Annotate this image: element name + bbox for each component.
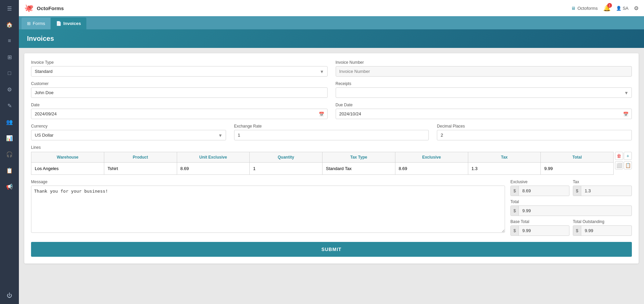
topbar: 🐙 OctoForms 🖥 Octoforms 🔔 1 👤 SA ⚙	[19, 0, 644, 16]
copy-line-button-1[interactable]: ⬜	[615, 161, 623, 169]
currency-select[interactable]: US Dollar	[31, 130, 226, 140]
tax-value: 1.3	[581, 186, 632, 196]
settings-button[interactable]: ⚙	[634, 5, 639, 11]
date-wrapper: 📅	[31, 109, 328, 119]
form-row-3: Date 📅 Due Date 📅	[31, 103, 632, 119]
app-title: OctoForms	[37, 5, 64, 11]
base-total-wrapper: $ 9.99	[510, 225, 569, 236]
box-icon[interactable]: □	[4, 68, 15, 78]
due-date-wrapper: 📅	[336, 109, 632, 119]
receipts-select-wrapper: ▼	[336, 87, 632, 98]
power-icon[interactable]: ⏻	[4, 291, 15, 301]
customer-label: Customer	[31, 81, 328, 86]
tax-input-wrapper: $ 1.3	[573, 186, 632, 196]
topbar-nav[interactable]: 🖥 Octoforms	[571, 6, 598, 11]
delete-line-button[interactable]: 🗑	[615, 152, 623, 160]
table-row	[31, 163, 614, 175]
user-icon: 👤	[616, 6, 621, 11]
totals-row-1: Exclusive $ 8.69 Tax $ 1.3	[510, 179, 632, 196]
add-line-button[interactable]: +	[624, 152, 632, 160]
currency-select-wrapper: US Dollar ▼	[31, 130, 226, 140]
base-total-field: Base Total $ 9.99	[510, 219, 569, 236]
exclusive-currency: $	[511, 186, 519, 196]
col-product: Product	[104, 152, 177, 163]
quantity-input[interactable]	[251, 165, 321, 172]
col-tax-type: Tax Type	[323, 152, 395, 163]
megaphone-icon[interactable]: 📢	[4, 182, 15, 192]
invoice-type-field: Invoice Type Standard ▼	[31, 60, 328, 77]
total-field: Total $ 9.99	[510, 199, 632, 216]
tax-currency: $	[573, 186, 581, 196]
tax-type-input[interactable]	[324, 165, 394, 172]
hamburger-icon[interactable]: ☰	[4, 3, 15, 13]
form-container: Invoice Type Standard ▼ Invoice Number	[24, 53, 639, 264]
cell-total	[541, 163, 614, 175]
copy-line-button-2[interactable]: 📋	[624, 161, 632, 169]
lines-label: Lines	[31, 145, 632, 150]
exclusive-input-wrapper: $ 8.69	[510, 186, 569, 196]
clipboard-icon[interactable]: 📋	[4, 165, 15, 175]
invoice-type-label: Invoice Type	[31, 60, 328, 65]
page-title: Invoices	[27, 35, 636, 43]
due-date-calendar-icon[interactable]: 📅	[623, 111, 628, 116]
message-area: Message Thank you for your business!	[31, 179, 505, 236]
user-button[interactable]: 👤 SA	[616, 6, 628, 11]
due-date-input[interactable]	[336, 109, 632, 119]
content-area: Invoices Invoice Type Standard ▼ Invoice…	[19, 29, 644, 304]
decimal-places-label: Decimal Places	[437, 124, 632, 129]
tax-total-field: Tax $ 1.3	[573, 179, 632, 196]
tab-forms[interactable]: ⊞ Forms	[22, 18, 51, 29]
brush-icon[interactable]: ✎	[4, 101, 15, 111]
tab-invoices[interactable]: 📄 Invoices	[51, 18, 86, 29]
date-calendar-icon[interactable]: 📅	[319, 111, 324, 116]
tax-input[interactable]	[470, 165, 539, 172]
cell-exclusive	[395, 163, 468, 175]
flow-icon[interactable]: ⚙	[4, 84, 15, 94]
product-input[interactable]	[106, 165, 175, 172]
receipts-select[interactable]	[336, 87, 632, 98]
cell-tax-type	[323, 163, 395, 175]
col-quantity: Quantity	[250, 152, 323, 163]
list-icon[interactable]: ≡	[4, 36, 15, 46]
cell-unit-exclusive	[177, 163, 250, 175]
cell-product	[104, 163, 177, 175]
col-total: Total	[541, 152, 614, 163]
due-date-field: Due Date 📅	[336, 103, 632, 119]
message-textarea[interactable]: Thank you for your business!	[31, 186, 505, 233]
base-total-value: 9.99	[519, 226, 569, 236]
people-icon[interactable]: 👥	[4, 117, 15, 127]
bar-chart-icon[interactable]: 📊	[4, 133, 15, 143]
exclusive-input[interactable]	[397, 165, 467, 172]
due-date-label: Due Date	[336, 103, 632, 107]
submit-button[interactable]: SUBMIT	[31, 242, 632, 257]
total-currency: $	[511, 206, 519, 216]
customer-input[interactable]	[31, 87, 328, 98]
warehouse-input[interactable]	[33, 165, 103, 172]
invoice-number-field: Invoice Number	[336, 60, 632, 77]
date-input[interactable]	[31, 109, 328, 119]
headset-icon[interactable]: 🎧	[4, 149, 15, 159]
outstanding-currency: $	[573, 226, 581, 236]
outstanding-value: 9.99	[581, 226, 632, 236]
exchange-rate-input[interactable]	[234, 130, 429, 140]
total-input[interactable]	[542, 165, 612, 172]
invoice-number-input[interactable]	[336, 66, 632, 77]
total-value: 9.99	[519, 206, 632, 216]
tax-total-label: Tax	[573, 179, 632, 184]
topbar-right: 🖥 Octoforms 🔔 1 👤 SA ⚙	[571, 4, 639, 12]
total-label: Total	[510, 199, 632, 204]
grid-icon[interactable]: ⊞	[4, 52, 15, 62]
lines-table: Warehouse Product Unit Exclusive Quantit…	[31, 152, 614, 175]
decimal-places-field: Decimal Places	[437, 124, 632, 140]
cell-warehouse	[31, 163, 104, 175]
home-icon[interactable]: 🏠	[4, 20, 15, 30]
unit-exclusive-input[interactable]	[178, 165, 248, 172]
lines-header-row: Warehouse Product Unit Exclusive Quantit…	[31, 152, 614, 163]
totals-row-2: Total $ 9.99	[510, 199, 632, 216]
notification-button[interactable]: 🔔 1	[603, 4, 611, 12]
base-total-currency: $	[511, 226, 519, 236]
lines-section: Lines Warehouse Product Unit Exclusive Q…	[31, 145, 632, 175]
invoice-type-select-wrapper: Standard ▼	[31, 66, 328, 77]
decimal-places-input[interactable]	[437, 130, 632, 140]
invoice-type-select[interactable]: Standard	[31, 66, 328, 77]
